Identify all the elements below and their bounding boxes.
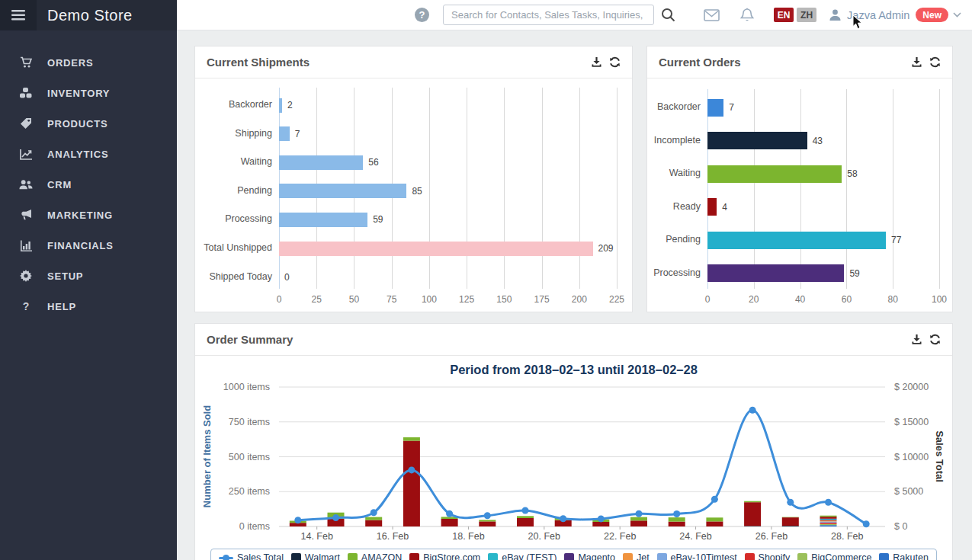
legend-label: BigStore.com bbox=[423, 552, 480, 560]
stacked-bar-segment bbox=[479, 521, 496, 526]
sidebar-item-setup[interactable]: SETUP bbox=[0, 261, 177, 291]
sidebar-item-label: SETUP bbox=[47, 270, 83, 282]
sidebar-item-label: ANALYTICS bbox=[47, 149, 108, 160]
bar[interactable] bbox=[279, 155, 363, 170]
current-shipments-chart: 0255075100125150175200225Backorder2Shipp… bbox=[195, 78, 632, 312]
line-marker bbox=[749, 407, 756, 414]
search-input[interactable] bbox=[443, 5, 654, 25]
gridline bbox=[846, 89, 847, 289]
x-tick-label: 40 bbox=[795, 294, 805, 305]
stacked-bar-segment bbox=[630, 520, 647, 526]
bar[interactable] bbox=[707, 99, 723, 117]
refresh-icon[interactable] bbox=[609, 56, 621, 68]
lang-zh-button[interactable]: ZH bbox=[797, 8, 816, 22]
cubes-icon bbox=[19, 86, 33, 100]
stacked-bar-segment bbox=[441, 519, 458, 526]
bar[interactable] bbox=[707, 264, 844, 282]
legend-label: eBay (TEST) bbox=[502, 552, 557, 560]
legend-item-shopify[interactable]: Shopify bbox=[745, 552, 791, 560]
sidebar-item-products[interactable]: PRODUCTS bbox=[0, 108, 177, 139]
sidebar-item-label: CRM bbox=[47, 179, 72, 190]
legend-item-magento[interactable]: Magento bbox=[564, 552, 615, 560]
sidebar-item-inventory[interactable]: INVENTORY bbox=[0, 78, 177, 108]
legend-item-bigstore-com[interactable]: BigStore.com bbox=[409, 552, 480, 560]
sidebar-item-crm[interactable]: CRM bbox=[0, 169, 177, 200]
line-marker bbox=[522, 507, 529, 514]
gridline bbox=[707, 89, 708, 289]
legend-swatch bbox=[488, 553, 498, 560]
hamburger-menu-icon[interactable] bbox=[0, 0, 37, 30]
bar[interactable] bbox=[707, 232, 886, 249]
legend-label: Jet bbox=[637, 552, 650, 560]
bar[interactable] bbox=[279, 98, 282, 113]
x-tick-label: 150 bbox=[496, 294, 512, 305]
gridline bbox=[617, 88, 618, 289]
svg-text:26. Feb: 26. Feb bbox=[755, 531, 788, 542]
refresh-icon[interactable] bbox=[929, 56, 941, 68]
download-icon[interactable] bbox=[591, 56, 602, 68]
refresh-icon[interactable] bbox=[929, 334, 941, 345]
bar-chart-icon bbox=[19, 238, 33, 252]
bar[interactable] bbox=[707, 198, 717, 216]
svg-text:24. Feb: 24. Feb bbox=[679, 531, 711, 542]
stacked-bar-segment bbox=[820, 520, 837, 522]
line-marker bbox=[787, 499, 794, 506]
svg-text:$ 10000: $ 10000 bbox=[894, 452, 929, 462]
cart-icon bbox=[19, 56, 33, 69]
sidebar-item-analytics[interactable]: ANALYTICS bbox=[0, 139, 177, 169]
bar[interactable] bbox=[279, 184, 406, 198]
stacked-bar-segment bbox=[403, 441, 420, 527]
sidebar-item-financials[interactable]: FINANCIALS bbox=[0, 230, 177, 261]
bar-value-label: 7 bbox=[295, 129, 300, 139]
legend-item-bigcommerce[interactable]: BigCommerce bbox=[797, 552, 871, 560]
user-menu[interactable]: Jazva Admin New bbox=[829, 8, 972, 22]
bar[interactable] bbox=[279, 126, 290, 141]
lang-en-button[interactable]: EN bbox=[774, 8, 794, 22]
legend-label: Magento bbox=[578, 552, 615, 560]
legend-swatch bbox=[623, 553, 633, 560]
bar[interactable] bbox=[707, 165, 842, 183]
current-orders-chart: 020406080100Backorder7Incomplete43Waitin… bbox=[647, 78, 952, 312]
bar-value-label: 0 bbox=[284, 272, 290, 283]
bar[interactable] bbox=[279, 213, 367, 227]
line-marker bbox=[825, 499, 832, 506]
gridline bbox=[800, 89, 801, 289]
bar-value-label: 4 bbox=[722, 202, 727, 213]
sidebar-item-help[interactable]: ?HELP bbox=[0, 291, 177, 322]
legend-item-rakuten[interactable]: Rakuten bbox=[879, 552, 929, 560]
sidebar-item-orders[interactable]: ORDERS bbox=[0, 47, 177, 78]
x-tick-label: 75 bbox=[387, 294, 396, 305]
stacked-bar-segment bbox=[365, 520, 382, 526]
legend-item-sales-total[interactable]: Sales Total bbox=[219, 552, 284, 560]
legend-item-amazon[interactable]: AMAZON bbox=[348, 552, 402, 560]
gridline bbox=[504, 88, 505, 289]
order-summary-panel: Order Summary Period from 2018–02–13 unt… bbox=[194, 323, 953, 560]
legend-item-ebay-10timtest[interactable]: eBay-10Timtest bbox=[657, 552, 737, 560]
sidebar-item-marketing[interactable]: MARKETING bbox=[0, 200, 177, 230]
search-icon[interactable] bbox=[661, 8, 675, 22]
bar[interactable] bbox=[279, 242, 593, 256]
mail-icon[interactable] bbox=[704, 9, 720, 21]
legend-item-ebay-test-[interactable]: eBay (TEST) bbox=[488, 552, 557, 560]
sidebar: Demo Store ORDERSINVENTORYPRODUCTSANALYT… bbox=[0, 0, 177, 560]
x-tick-label: 25 bbox=[312, 294, 322, 305]
bar[interactable] bbox=[707, 132, 807, 149]
stacked-bar-segment bbox=[706, 517, 723, 521]
bar-value-label: 2 bbox=[287, 100, 293, 110]
panel-title: Order Summary bbox=[207, 333, 911, 346]
users-icon bbox=[19, 178, 33, 191]
legend-label: eBay-10Timtest bbox=[671, 552, 737, 560]
legend-swatch bbox=[291, 553, 301, 560]
bar-category-label: Shipped Today bbox=[195, 271, 272, 282]
download-icon[interactable] bbox=[911, 334, 922, 345]
download-icon[interactable] bbox=[911, 56, 922, 68]
chart-legend: Sales TotalWalmartAMAZONBigStore.comeBay… bbox=[210, 549, 937, 560]
help-icon[interactable]: ? bbox=[415, 8, 429, 22]
bar-value-label: 85 bbox=[412, 186, 422, 197]
legend-swatch bbox=[657, 553, 667, 560]
legend-item-walmart[interactable]: Walmart bbox=[291, 552, 340, 560]
legend-item-jet[interactable]: Jet bbox=[623, 552, 650, 560]
app-logo: Demo Store bbox=[37, 0, 133, 30]
bell-icon[interactable] bbox=[740, 8, 754, 22]
legend-swatch bbox=[409, 553, 419, 560]
